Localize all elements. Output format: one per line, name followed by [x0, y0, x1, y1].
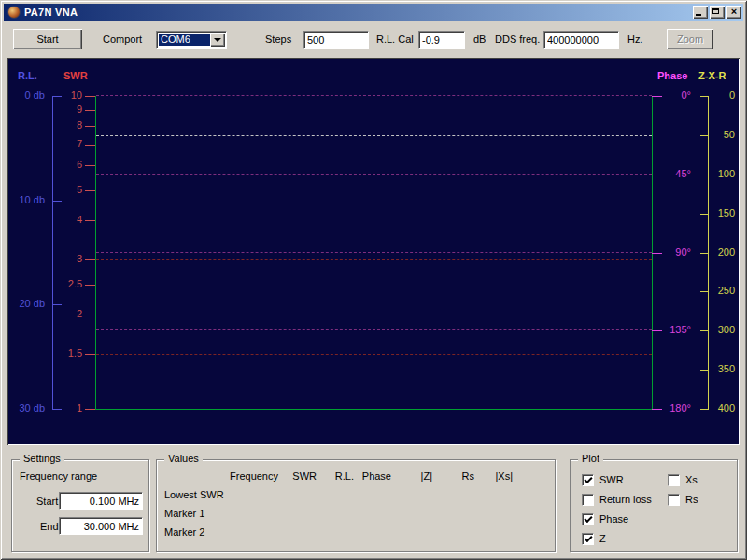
comport-selected-value: COM6	[159, 34, 210, 46]
start-freq-input[interactable]	[59, 492, 143, 510]
rl-axis-title: R.L.	[18, 70, 37, 81]
app-icon	[7, 6, 21, 19]
rl-tick-label: 10 db	[7, 194, 45, 205]
z-tick	[700, 330, 709, 331]
z-tick-label: 250	[711, 285, 735, 296]
z-tick-label: 300	[711, 324, 735, 335]
swr-tick-label: 1.5	[47, 347, 82, 358]
phase-gridline	[96, 329, 652, 330]
values-row-label: Marker 1	[164, 508, 204, 519]
end-freq-label: End	[40, 521, 59, 532]
swr-tick	[85, 354, 95, 355]
plot-option-checkbox[interactable]	[582, 533, 594, 545]
values-column-header: Rs	[443, 470, 474, 482]
z-tick	[700, 135, 709, 136]
close-icon: ×	[726, 6, 741, 18]
swr-tick	[85, 190, 95, 191]
phase-tick-label: 0°	[644, 90, 691, 101]
z-tick-label: 350	[711, 363, 735, 374]
steps-input[interactable]	[303, 31, 369, 49]
phase-tick-label: 135°	[644, 324, 691, 335]
titlebar: PA7N VNA ×	[4, 4, 743, 21]
phase-gridline	[96, 252, 652, 253]
rl-tick-label: 20 db	[7, 298, 45, 309]
swr-gridline	[96, 259, 652, 260]
phase-axis-title: Phase	[657, 70, 687, 81]
comport-label: Comport	[103, 34, 142, 45]
maximize-icon	[712, 8, 719, 14]
plot-option-label: SWR	[599, 474, 624, 485]
comport-dropdown-button[interactable]	[210, 33, 225, 47]
z-tick-label: 150	[711, 207, 735, 218]
plot-option-label: Xs	[685, 474, 698, 485]
swr-tick-label: 9	[47, 104, 82, 115]
z-tick	[700, 370, 709, 371]
swr-tick	[85, 165, 95, 166]
z-axis-title: Z-X-R	[698, 70, 726, 81]
rl-cal-unit-label: dB	[473, 34, 486, 45]
z-tick	[700, 214, 709, 215]
swr-gridline	[96, 315, 652, 315]
close-button[interactable]: ×	[726, 6, 741, 19]
plot-option-checkbox[interactable]	[582, 474, 594, 486]
settings-groupbox: Settings Frequency range Start End	[11, 459, 149, 552]
swr-tick-label: 2.5	[47, 278, 82, 289]
comport-select[interactable]: COM6	[156, 31, 227, 49]
swr-tick	[85, 259, 95, 260]
dds-freq-label: DDS freq.	[495, 34, 540, 45]
swr-tick-label: 7	[47, 138, 82, 149]
plot-option-checkbox[interactable]	[582, 513, 594, 525]
values-row-label: Lowest SWR	[164, 489, 224, 500]
swr-axis-title: SWR	[63, 70, 88, 81]
swr-tick-label: 6	[47, 159, 82, 170]
values-legend: Values	[164, 453, 203, 465]
plot-option-checkbox[interactable]	[668, 474, 680, 486]
plot-option-checkbox[interactable]	[668, 494, 680, 506]
values-column-header: Frequency	[205, 470, 278, 482]
swr-tick	[85, 126, 95, 127]
minimize-button[interactable]	[693, 6, 708, 19]
phase-tick-label: 90°	[644, 246, 691, 258]
start-button[interactable]: Start	[13, 29, 82, 49]
phase-tick-label: 180°	[644, 402, 691, 413]
values-column-header: SWR	[285, 470, 317, 482]
z-tick-label: 200	[711, 246, 735, 258]
settings-legend: Settings	[20, 453, 64, 465]
z-tick-label: 50	[711, 129, 735, 140]
z-tick	[700, 291, 709, 292]
z-tick	[700, 96, 709, 97]
plot-option-label: Return loss	[599, 494, 652, 505]
dds-freq-input[interactable]	[543, 31, 619, 49]
rl-cal-label: R.L. Cal	[376, 34, 414, 45]
values-groupbox: Values FrequencySWRR.L.Phase|Z|Rs|Xs|Low…	[156, 459, 556, 552]
bottom-frame-line	[95, 409, 653, 410]
rl-cal-input[interactable]	[418, 31, 465, 49]
values-column-header: |Z|	[401, 470, 432, 482]
z-reference-line	[96, 135, 652, 136]
checkmark-icon	[584, 514, 592, 523]
swr-axis-frame-line	[95, 96, 96, 410]
z-tick-label: 0	[711, 90, 735, 101]
maximize-button[interactable]	[710, 6, 725, 19]
swr-tick-label: 5	[47, 184, 82, 195]
plot-options-legend: Plot	[578, 453, 603, 465]
swr-tick	[85, 110, 95, 111]
values-row-label: Marker 2	[164, 526, 204, 538]
zoom-button[interactable]: Zoom	[667, 29, 713, 49]
z-tick	[700, 409, 709, 410]
swr-gridline	[96, 354, 652, 355]
minimize-icon	[696, 14, 701, 16]
plot-option-label: Rs	[685, 494, 698, 505]
swr-tick-label: 3	[47, 253, 82, 264]
plot-option-label: Phase	[599, 513, 628, 525]
plot-option-checkbox[interactable]	[582, 494, 594, 506]
plot-options-groupbox: Plot SWRReturn lossPhaseZXsRs	[570, 459, 738, 552]
plot-option-label: Z	[599, 533, 606, 544]
z-tick-label: 400	[711, 402, 735, 413]
rl-tick-label: 0 db	[7, 90, 45, 101]
app-window: PA7N VNA × Start Comport COM6 Steps R.L.…	[0, 0, 747, 560]
values-column-header: |Xs|	[477, 470, 513, 482]
swr-tick	[85, 285, 95, 286]
end-freq-input[interactable]	[59, 517, 143, 535]
swr-tick-label: 1	[47, 402, 82, 413]
